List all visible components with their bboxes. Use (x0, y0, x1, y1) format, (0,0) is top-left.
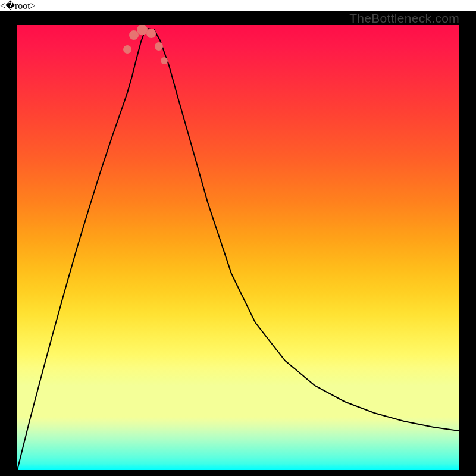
curve-marker (161, 57, 168, 64)
chart-container: TheBottleneck.com (0, 11, 476, 476)
curve-markers (17, 25, 459, 470)
curve-marker (123, 45, 131, 54)
curve-marker (155, 42, 163, 51)
watermark-text: TheBottleneck.com (349, 11, 459, 26)
curve-marker (137, 25, 148, 35)
curve-marker (129, 30, 139, 40)
plot-area (17, 25, 459, 470)
curve-marker (146, 29, 156, 38)
